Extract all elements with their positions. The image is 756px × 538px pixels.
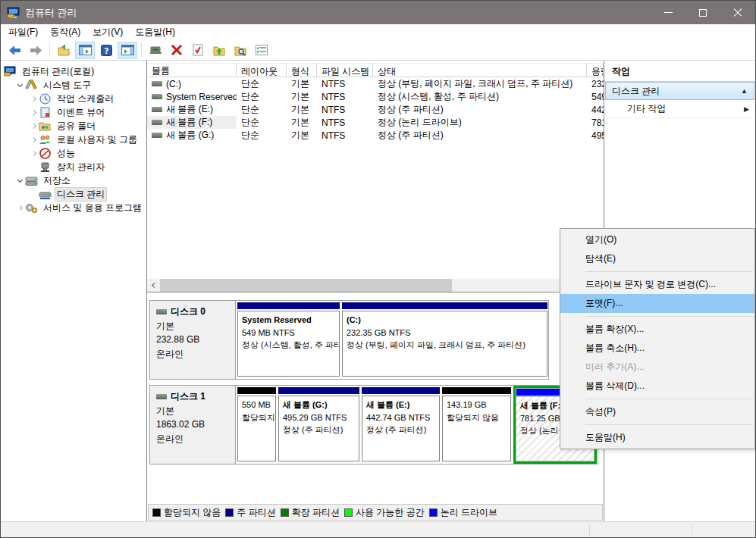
statusbar-separator (692, 524, 692, 536)
actions-title: 작업 (604, 61, 755, 82)
tree-item-system-tools[interactable]: 시스템 도구 (1, 78, 146, 92)
menu-view[interactable]: 보기(V) (86, 24, 129, 40)
properties-check-icon (193, 44, 203, 56)
partition-e[interactable]: 새 볼륨 (E:) 442.74 GB NTFS 정상 (주 파티션) (362, 386, 440, 464)
column-header-status[interactable]: 상태 (373, 63, 587, 77)
legend-unallocated: 할당되지 않음 (152, 506, 221, 519)
expander-closed-icon[interactable] (14, 206, 25, 210)
app-icon (7, 7, 20, 19)
forward-button[interactable] (26, 42, 45, 59)
column-header-volume[interactable]: 볼륨 (147, 63, 237, 77)
tree-item-disk-management[interactable]: 디스크 관리 (1, 187, 146, 201)
minimize-button[interactable] (651, 1, 685, 24)
scroll-left-button[interactable] (147, 279, 160, 292)
menu-action[interactable]: 동작(A) (44, 24, 86, 40)
scrollbar-thumb[interactable] (160, 279, 452, 292)
tree-item-performance[interactable]: 성능 (1, 146, 146, 160)
menu-item-change-drive-letter[interactable]: 드라이브 문자 및 경로 변경(C)... (560, 275, 754, 294)
menu-file[interactable]: 파일(F) (2, 24, 44, 40)
partition-unallocated-550mb[interactable]: 550 MB 할당되지 않음 (237, 386, 276, 464)
tree-item-computer-management-root[interactable]: 컴퓨터 관리(로컬) (1, 64, 146, 78)
column-header-type[interactable]: 형식 (287, 63, 317, 77)
legend-logical-drive: 논리 드라이브 (429, 506, 497, 519)
disk-icon (156, 394, 167, 399)
maximize-icon (699, 9, 707, 17)
volume-row-e[interactable]: 새 볼륨 (E:) 단순 기본 NTFS 정상 (주 파티션) 442.74 G… (147, 103, 604, 116)
expander-open-icon[interactable] (14, 180, 25, 182)
menu-item-extend-volume[interactable]: 볼륨 확장(X)... (560, 320, 754, 339)
computer-management-window: 컴퓨터 관리 파일(F) 동작(A) 보기(V) 도움말(H) (0, 0, 756, 538)
tree-item-shared-folders[interactable]: 공유 폴더 (1, 119, 146, 133)
folder-up-button[interactable] (209, 42, 229, 59)
show-console-tree-icon (79, 45, 92, 55)
horizontal-scrollbar[interactable] (147, 279, 604, 292)
volume-context-menu: 열기(O) 탐색(E) 드라이브 문자 및 경로 변경(C)... 포맷(F).… (560, 228, 755, 449)
expander-closed-icon[interactable] (28, 111, 39, 114)
volume-row-system-reserved[interactable]: System Reserved 단순 기본 NTFS 정상 (시스템, 활성, … (147, 90, 604, 103)
partition-system-reserved[interactable]: System Reserved 549 MB NTFS 정상 (시스템, 활성,… (237, 301, 340, 379)
expander-closed-icon[interactable] (28, 138, 39, 142)
column-header-filesystem[interactable]: 파일 시스템 (317, 63, 373, 77)
tree-item-services-applications[interactable]: 서비스 및 응용 프로그램 (1, 201, 146, 214)
help-button[interactable]: ? (96, 42, 116, 59)
storage-icon (25, 175, 38, 186)
volume-row-c[interactable]: (C:) 단순 기본 NTFS 정상 (부팅, 페이지 파일, 크래시 덤프, … (147, 77, 604, 90)
menu-item-help[interactable]: 도움말(H) (560, 428, 754, 447)
partition-unallocated-143gb[interactable]: 143.19 GB 할당되지 않음 (442, 386, 511, 464)
tree-item-event-viewer[interactable]: 이벤트 뷰어 (1, 105, 146, 119)
services-applications-icon (25, 202, 38, 214)
volume-row-f-selected[interactable]: 새 볼륨 (F:) 단순 기본 NTFS 정상 (논리 드라이브) 781.25… (147, 116, 604, 129)
show-action-pane-icon (121, 45, 134, 55)
back-icon (8, 45, 21, 56)
disk-0-header[interactable]: 디스크 0 기본 232.88 GB 온라인 (150, 301, 236, 379)
delete-button[interactable] (167, 42, 187, 59)
collapse-icon[interactable]: ▲ (741, 87, 748, 95)
expander-closed-icon[interactable] (28, 97, 39, 101)
disk-graph-pane: 디스크 0 기본 232.88 GB 온라인 System Reserved 5… (147, 292, 604, 521)
menu-item-delete-volume[interactable]: 볼륨 삭제(D)... (560, 377, 754, 396)
list-properties-button[interactable] (252, 42, 271, 59)
legend-swatch-extended (281, 508, 289, 517)
tree-item-task-scheduler[interactable]: 작업 스케줄러 (1, 92, 146, 105)
column-header-capacity[interactable]: 용량 (587, 63, 604, 77)
menu-item-open[interactable]: 열기(O) (560, 230, 754, 249)
menu-item-format[interactable]: 포맷(F)... (560, 294, 754, 313)
back-button[interactable] (5, 42, 24, 59)
properties-check-button[interactable] (188, 42, 208, 59)
disk-1-header[interactable]: 디스크 1 기본 1863.02 GB 온라인 (150, 386, 236, 464)
menu-help[interactable]: 도움말(H) (129, 24, 181, 40)
remote-device-button[interactable] (146, 42, 165, 59)
system-tools-icon (25, 80, 38, 91)
expander-closed-icon[interactable] (28, 124, 39, 128)
partition-g[interactable]: 새 볼륨 (G:) 495.29 GB NTFS 정상 (주 파티션) (278, 386, 359, 464)
folder-find-icon (234, 45, 247, 56)
column-header-layout[interactable]: 레이아웃 (237, 63, 287, 77)
folder-up-icon (213, 45, 226, 56)
tree-item-device-manager[interactable]: 장치 관리자 (1, 160, 146, 174)
tree-item-storage[interactable]: 저장소 (1, 174, 146, 187)
menu-item-shrink-volume[interactable]: 볼륨 축소(H)... (560, 339, 754, 358)
export-list-button[interactable] (54, 42, 74, 59)
actions-group-disk-management[interactable]: 디스크 관리 ▲ (605, 82, 754, 100)
show-action-pane-button[interactable] (118, 42, 137, 59)
menu-item-explore[interactable]: 탐색(E) (560, 249, 754, 268)
local-users-groups-icon (39, 134, 52, 145)
show-console-tree-button[interactable] (75, 42, 95, 59)
folder-find-button[interactable] (231, 42, 250, 59)
tree-item-local-users-groups[interactable]: 로컬 사용자 및 그룹 (1, 133, 146, 146)
close-button[interactable] (720, 1, 755, 24)
svg-text:?: ? (104, 45, 108, 55)
disk-size: 1863.02 GB (156, 418, 229, 432)
maximize-button[interactable] (685, 1, 720, 24)
expander-closed-icon[interactable] (28, 152, 39, 155)
menu-item-properties[interactable]: 속성(P) (560, 402, 754, 421)
volume-icon (152, 120, 162, 125)
partition-c[interactable]: (C:) 232.35 GB NTFS 정상 (부팅, 페이지 파일, 크래시 … (342, 301, 547, 379)
volume-row-g[interactable]: 새 볼륨 (G:) 단순 기본 NTFS 정상 (주 파티션) 495.29 G… (147, 129, 604, 142)
disk-management-icon (39, 189, 52, 200)
expander-open-icon[interactable] (14, 84, 25, 86)
actions-item-more-actions[interactable]: 기타 작업 ▶ (604, 100, 755, 118)
primary-partition-bar (362, 387, 440, 394)
task-scheduler-icon (39, 93, 52, 105)
legend-swatch-free (344, 508, 353, 517)
